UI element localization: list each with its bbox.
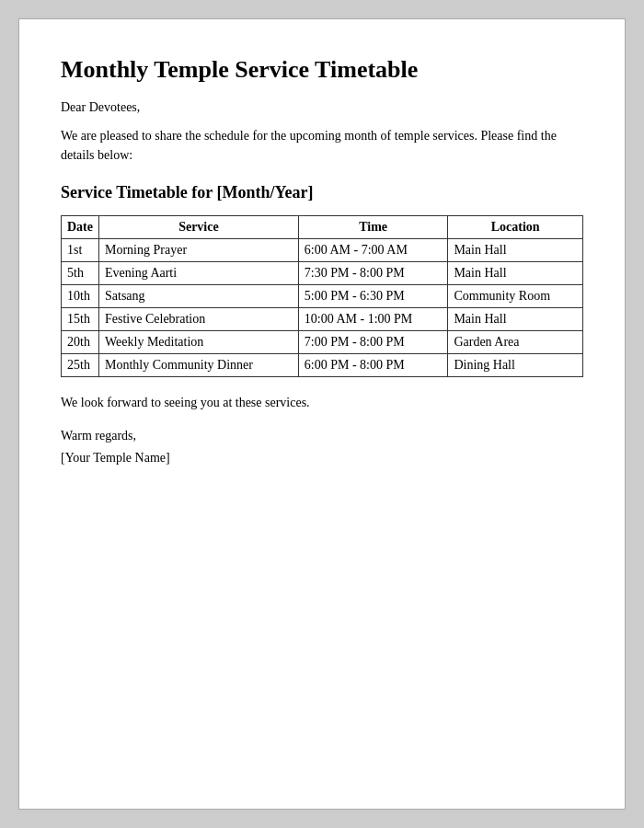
signoff-line2: [Your Temple Name] xyxy=(61,447,583,469)
table-row: 15thFestive Celebration10:00 AM - 1:00 P… xyxy=(62,308,583,331)
intro-text: We are pleased to share the schedule for… xyxy=(61,126,583,165)
cell-location: Dining Hall xyxy=(448,354,583,377)
sign-off: Warm regards, [Your Temple Name] xyxy=(61,425,583,469)
cell-date: 15th xyxy=(62,308,99,331)
cell-date: 1st xyxy=(62,239,99,262)
cell-service: Festive Celebration xyxy=(99,308,299,331)
col-header-location: Location xyxy=(448,216,583,239)
cell-time: 7:30 PM - 8:00 PM xyxy=(298,262,448,285)
col-header-service: Service xyxy=(99,216,299,239)
service-table: Date Service Time Location 1stMorning Pr… xyxy=(61,215,583,377)
cell-location: Main Hall xyxy=(448,308,583,331)
section-heading: Service Timetable for [Month/Year] xyxy=(61,183,583,202)
greeting-text: Dear Devotees, xyxy=(61,100,583,115)
cell-time: 6:00 AM - 7:00 AM xyxy=(298,239,448,262)
col-header-date: Date xyxy=(62,216,99,239)
cell-date: 20th xyxy=(62,331,99,354)
document-page: Monthly Temple Service Timetable Dear De… xyxy=(18,18,626,810)
col-header-time: Time xyxy=(298,216,448,239)
page-title: Monthly Temple Service Timetable xyxy=(61,56,583,84)
cell-service: Weekly Meditation xyxy=(99,331,299,354)
cell-service: Monthly Community Dinner xyxy=(99,354,299,377)
table-row: 5thEvening Aarti7:30 PM - 8:00 PMMain Ha… xyxy=(62,262,583,285)
cell-location: Main Hall xyxy=(448,239,583,262)
cell-service: Satsang xyxy=(99,285,299,308)
cell-time: 6:00 PM - 8:00 PM xyxy=(298,354,448,377)
cell-time: 10:00 AM - 1:00 PM xyxy=(298,308,448,331)
table-row: 1stMorning Prayer6:00 AM - 7:00 AMMain H… xyxy=(62,239,583,262)
table-row: 10thSatsang5:00 PM - 6:30 PMCommunity Ro… xyxy=(62,285,583,308)
cell-date: 5th xyxy=(62,262,99,285)
table-row: 20thWeekly Meditation7:00 PM - 8:00 PMGa… xyxy=(62,331,583,354)
closing-text: We look forward to seeing you at these s… xyxy=(61,396,583,410)
cell-location: Main Hall xyxy=(448,262,583,285)
cell-location: Community Room xyxy=(448,285,583,308)
cell-location: Garden Area xyxy=(448,331,583,354)
cell-service: Morning Prayer xyxy=(99,239,299,262)
signoff-line1: Warm regards, xyxy=(61,425,583,447)
table-row: 25thMonthly Community Dinner6:00 PM - 8:… xyxy=(62,354,583,377)
cell-date: 25th xyxy=(62,354,99,377)
cell-time: 5:00 PM - 6:30 PM xyxy=(298,285,448,308)
cell-time: 7:00 PM - 8:00 PM xyxy=(298,331,448,354)
table-header-row: Date Service Time Location xyxy=(62,216,583,239)
cell-service: Evening Aarti xyxy=(99,262,299,285)
cell-date: 10th xyxy=(62,285,99,308)
